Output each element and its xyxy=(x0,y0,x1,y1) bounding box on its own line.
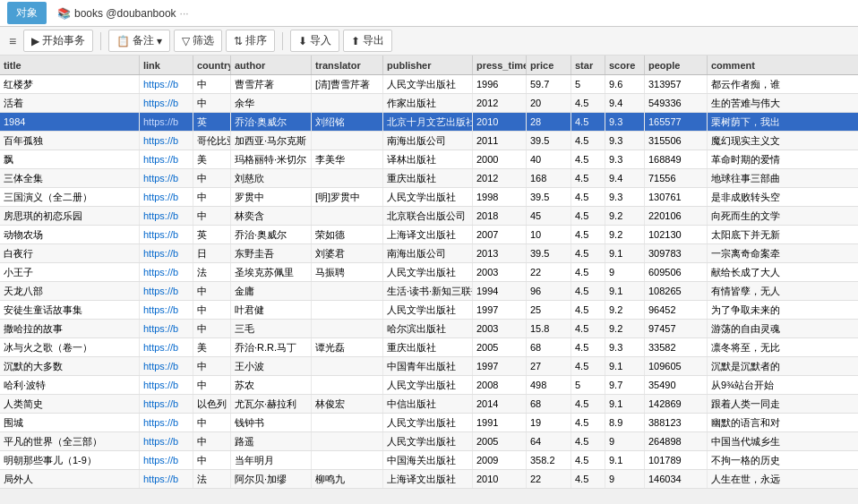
table-row[interactable]: 1984https://b英乔治·奥威尔刘绍铭北京十月文艺出版社2010284.… xyxy=(0,113,858,132)
table-row[interactable]: 红楼梦https://b中曹雪芹著[清]曹雪芹著人民文学出版社199659.75… xyxy=(0,75,858,94)
col-header-star[interactable]: star xyxy=(571,56,605,74)
export-button[interactable]: ⬆ 导出 xyxy=(343,30,392,52)
link-text[interactable]: https://b xyxy=(143,304,178,315)
col-header-link[interactable]: link xyxy=(140,56,193,74)
link-text[interactable]: https://b xyxy=(143,398,178,409)
cell-publisher: 北京联合出版公司 xyxy=(383,207,473,225)
cell-comment: 魔幻现实主义文 xyxy=(708,132,858,149)
link-text[interactable]: https://b xyxy=(143,229,178,240)
table-row[interactable]: 三国演义（全二册）https://b中罗贯中[明]罗贯中人民文学出版社19983… xyxy=(0,188,858,207)
col-header-price[interactable]: price xyxy=(527,56,571,74)
table-row[interactable]: 三体全集https://b中刘慈欣重庆出版社20121684.59.471556… xyxy=(0,169,858,188)
filter-button[interactable]: ▽ 筛选 xyxy=(174,30,222,52)
cell-title: 三国演义（全二册） xyxy=(0,188,140,206)
cell-people: 33582 xyxy=(645,338,708,356)
link-text[interactable]: https://b xyxy=(143,267,178,278)
sort-button[interactable]: ⇅ 排序 xyxy=(226,30,275,52)
col-header-comment[interactable]: comment xyxy=(708,56,858,74)
link-text[interactable]: https://b xyxy=(143,79,178,90)
col-header-people[interactable]: people xyxy=(645,56,708,74)
cell-link: https://b xyxy=(140,376,193,394)
import-button[interactable]: ⬇ 导入 xyxy=(290,30,339,52)
cell-author: 三毛 xyxy=(231,320,312,337)
link-text[interactable]: https://b xyxy=(143,210,178,221)
table-row[interactable]: 明朝那些事儿（1-9）https://b中当年明月中国海关出版社2009358.… xyxy=(0,451,858,470)
link-text[interactable]: https://b xyxy=(143,455,178,466)
link-text[interactable]: https://b xyxy=(143,98,178,108)
col-header-press-time[interactable]: press_time xyxy=(473,56,527,74)
objects-tab[interactable]: 对象 xyxy=(7,2,47,24)
link-text[interactable]: https://b xyxy=(143,135,178,146)
table-row[interactable]: 人类简史https://b以色列尤瓦尔·赫拉利林俊宏中信出版社2014684.5… xyxy=(0,395,858,414)
link-text[interactable]: https://b xyxy=(143,474,178,484)
table-row[interactable]: 白夜行https://b日东野圭吾刘婆君南海出版公司201339.54.59.1… xyxy=(0,244,858,263)
cell-title: 飘 xyxy=(0,150,140,168)
cell-press-time: 2003 xyxy=(473,263,527,281)
cell-country: 中 xyxy=(193,94,231,112)
link-text[interactable]: https://b xyxy=(143,154,178,165)
sep2 xyxy=(282,32,283,50)
table-row[interactable]: 活着https://b中余华作家出版社2012204.59.4549336生的苦… xyxy=(0,94,858,113)
link-text[interactable]: https://b xyxy=(143,380,178,390)
cell-country: 美 xyxy=(193,338,231,356)
link-text[interactable]: https://b xyxy=(143,192,178,202)
link-text[interactable]: https://b xyxy=(143,248,178,259)
table-row[interactable]: 百年孤独https://b哥伦比亚加西亚·马尔克斯南海出版公司201139.54… xyxy=(0,132,858,150)
cell-country: 中 xyxy=(193,357,231,375)
table-row[interactable]: 房思琪的初恋乐园https://b中林奕含北京联合出版公司2018454.59.… xyxy=(0,207,858,226)
cell-people: 168849 xyxy=(645,150,708,168)
col-header-title[interactable]: title xyxy=(0,56,140,74)
col-header-country[interactable]: country xyxy=(193,56,231,74)
start-transaction-button[interactable]: ▶ 开始事务 xyxy=(23,30,93,52)
col-header-translator[interactable]: translator xyxy=(312,56,383,74)
cell-comment: 向死而生的文学 xyxy=(708,207,858,225)
db-item[interactable]: 📚 books @doubanbook ··· xyxy=(57,7,189,20)
title-bar: 对象 📚 books @doubanbook ··· xyxy=(0,0,858,27)
cell-people: 96452 xyxy=(645,301,708,319)
cell-press-time: 1991 xyxy=(473,414,527,431)
col-header-author[interactable]: author xyxy=(231,56,312,74)
cell-publisher: 北京十月文艺出版社 xyxy=(383,113,473,131)
link-text[interactable]: https://b xyxy=(143,286,178,296)
link-text[interactable]: https://b xyxy=(143,361,178,372)
cell-star: 4.5 xyxy=(571,357,605,375)
column-headers: title link country author translator pub… xyxy=(0,56,858,75)
cell-score: 9.4 xyxy=(605,169,645,187)
table-row[interactable]: 动物农场https://b英乔治·奥威尔荣如德上海译文出版社2007104.59… xyxy=(0,226,858,244)
table-row[interactable]: 天龙八部https://b中金庸生活·读书·新知三联书店1994964.59.1… xyxy=(0,282,858,301)
cell-translator: [明]罗贯中 xyxy=(312,188,383,206)
cell-score: 9.2 xyxy=(605,226,645,243)
table-row[interactable]: 局外人https://b法阿尔贝·加缪柳鸣九上海译文出版社2010224.591… xyxy=(0,470,858,489)
menu-icon[interactable]: ≡ xyxy=(5,30,20,52)
link-text[interactable]: https://b xyxy=(143,323,178,334)
cell-author: 金庸 xyxy=(231,282,312,300)
table-row[interactable]: 安徒生童话故事集https://b中叶君健人民文学出版社1997254.59.2… xyxy=(0,301,858,320)
sort-icon: ⇅ xyxy=(234,35,243,47)
cell-publisher: 人民文学出版社 xyxy=(383,376,473,394)
cell-country: 中 xyxy=(193,301,231,319)
table-row[interactable]: 撒哈拉的故事https://b中三毛哈尔滨出版社200315.84.59.297… xyxy=(0,320,858,338)
table-row[interactable]: 冰与火之歌（卷一）https://b美乔治·R.R.马丁谭光磊重庆出版社2005… xyxy=(0,338,858,357)
link-text[interactable]: https://b xyxy=(143,342,178,353)
link-text[interactable]: https://b xyxy=(143,436,178,447)
cell-people: 146034 xyxy=(645,470,708,488)
table-row[interactable]: 小王子https://b法圣埃克苏佩里马振聘人民文学出版社2003224.596… xyxy=(0,263,858,282)
table-row[interactable]: 平凡的世界（全三部）https://b中路遥人民文学出版社2005644.592… xyxy=(0,432,858,451)
link-text[interactable]: https://b xyxy=(143,116,178,127)
cell-press-time: 2018 xyxy=(473,207,527,225)
cell-star: 4.5 xyxy=(571,150,605,168)
import-icon: ⬇ xyxy=(298,35,307,47)
col-header-publisher[interactable]: publisher xyxy=(383,56,473,74)
cell-star: 4.5 xyxy=(571,226,605,243)
table-row[interactable]: 哈利·波特https://b中苏农人民文学出版社200849859.735490… xyxy=(0,376,858,395)
cell-country: 中 xyxy=(193,414,231,431)
table-row[interactable]: 沉默的大多数https://b中王小波中国青年出版社1997274.59.110… xyxy=(0,357,858,376)
col-header-score[interactable]: score xyxy=(605,56,645,74)
table-row[interactable]: 飘https://b美玛格丽特·米切尔李美华译林出版社2000404.59.31… xyxy=(0,150,858,169)
link-text[interactable]: https://b xyxy=(143,417,178,428)
cell-country: 英 xyxy=(193,113,231,131)
table-row[interactable]: 围城https://b中钱钟书人民文学出版社1991194.58.9388123… xyxy=(0,414,858,432)
link-text[interactable]: https://b xyxy=(143,173,178,184)
cell-author: 尤瓦尔·赫拉利 xyxy=(231,395,312,413)
backup-button[interactable]: 📋 备注 ▾ xyxy=(108,30,170,52)
